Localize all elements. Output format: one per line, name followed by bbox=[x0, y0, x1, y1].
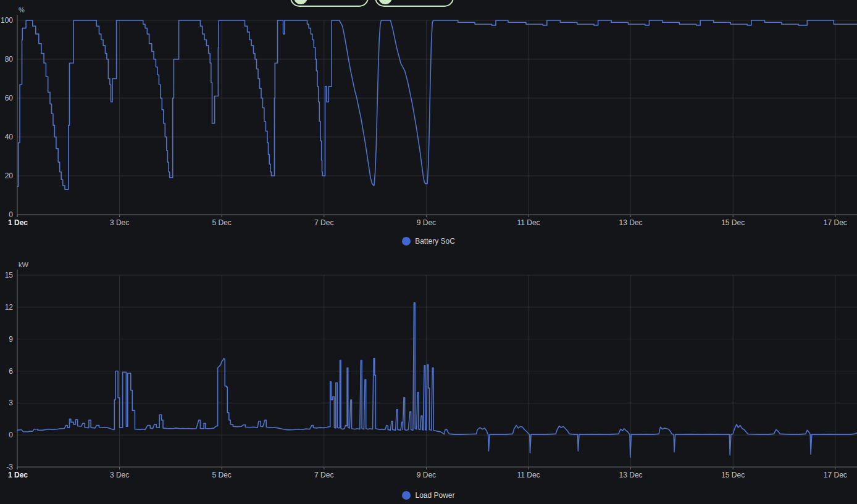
load-power-panel: -3036912151 Dec3 Dec5 Dec7 Dec9 Dec11 De… bbox=[0, 258, 857, 504]
x-tick-label: 15 Dec bbox=[721, 218, 745, 227]
legend-label: Battery SoC bbox=[415, 237, 455, 246]
y-tick-label: 100 bbox=[1, 16, 13, 25]
y-tick-label: 80 bbox=[5, 55, 14, 64]
x-tick-label: 13 Dec bbox=[619, 471, 643, 479]
dashboard-root: { "colors": { "background": "#141518", "… bbox=[0, 0, 857, 504]
x-tick-label: 13 Dec bbox=[619, 218, 643, 227]
x-tick-label: 5 Dec bbox=[212, 471, 232, 479]
y-tick-label: 12 bbox=[5, 303, 14, 312]
x-tick-label: 11 Dec bbox=[517, 471, 540, 479]
x-tick-label: 15 Dec bbox=[721, 471, 745, 479]
y-tick-label: 15 bbox=[5, 271, 14, 279]
y-tick-label: 0 bbox=[9, 431, 13, 439]
y-axis-unit-label: kW bbox=[19, 261, 29, 268]
x-tick-label: 17 Dec bbox=[824, 218, 847, 227]
x-tick-label: 9 Dec bbox=[417, 471, 436, 479]
y-tick-label: 40 bbox=[5, 133, 14, 141]
legend-dot-icon bbox=[402, 491, 411, 500]
legend-load-power[interactable]: Load Power bbox=[0, 490, 857, 500]
y-axis-unit-label: % bbox=[19, 6, 25, 14]
legend-battery-soc[interactable]: Battery SoC bbox=[0, 236, 857, 246]
y-tick-label: 0 bbox=[9, 210, 13, 219]
x-tick-label: 3 Dec bbox=[110, 471, 129, 479]
x-tick-label: 7 Dec bbox=[314, 218, 333, 227]
x-tick-label: 1 Dec bbox=[8, 218, 28, 227]
y-tick-label: -3 bbox=[6, 463, 13, 471]
x-tick-label: 1 Dec bbox=[8, 471, 28, 479]
x-tick-label: 17 Dec bbox=[824, 471, 847, 479]
battery-soc-chart[interactable]: 0204060801001 Dec3 Dec5 Dec7 Dec9 Dec11 … bbox=[0, 0, 857, 253]
y-tick-label: 20 bbox=[5, 171, 14, 180]
x-tick-label: 9 Dec bbox=[417, 218, 436, 227]
x-tick-label: 7 Dec bbox=[314, 471, 333, 479]
x-tick-label: 3 Dec bbox=[110, 218, 129, 227]
battery-soc-panel: 0204060801001 Dec3 Dec5 Dec7 Dec9 Dec11 … bbox=[0, 0, 857, 253]
load-power-chart[interactable]: -3036912151 Dec3 Dec5 Dec7 Dec9 Dec11 De… bbox=[0, 258, 857, 504]
y-tick-label: 3 bbox=[9, 399, 13, 407]
y-tick-label: 6 bbox=[9, 367, 13, 376]
legend-dot-icon bbox=[402, 237, 411, 246]
y-tick-label: 60 bbox=[5, 94, 14, 102]
x-tick-label: 5 Dec bbox=[212, 218, 232, 227]
y-tick-label: 9 bbox=[9, 335, 13, 344]
series-line-battery-soc bbox=[17, 20, 857, 189]
series-line-load-power bbox=[17, 303, 857, 458]
legend-label: Load Power bbox=[415, 491, 454, 500]
x-tick-label: 11 Dec bbox=[517, 218, 540, 227]
